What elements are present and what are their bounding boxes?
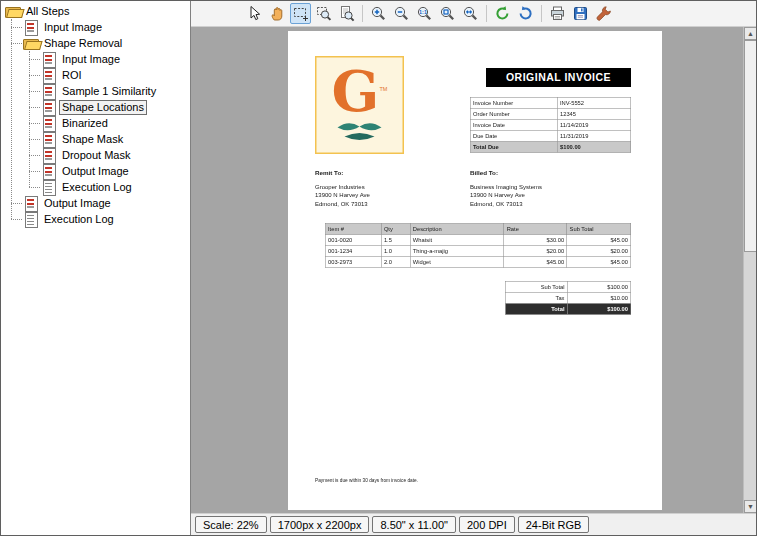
status-pixel-dimensions: 1700px x 2200px — [270, 516, 370, 533]
zoom-out-button[interactable] — [391, 3, 412, 24]
scroll-up-button[interactable]: ▲ — [744, 27, 756, 40]
text-doc-icon — [23, 212, 39, 227]
image-doc-icon — [41, 164, 57, 179]
invoice-logo: GTM — [315, 56, 404, 154]
tree-item-output-image-1[interactable]: Output Image — [1, 163, 190, 179]
marquee-select-icon — [292, 5, 309, 22]
print-icon — [549, 5, 566, 22]
tree-item-shape-locations[interactable]: Shape Locations — [1, 99, 190, 115]
toolbar-separator — [541, 5, 542, 22]
tree-item-label: Shape Mask — [60, 133, 125, 146]
tree-item-label: Output Image — [42, 197, 113, 210]
pointer-button[interactable] — [244, 3, 265, 24]
zoom-in-icon — [370, 5, 387, 22]
image-doc-icon — [41, 68, 57, 83]
zoom-preview-icon — [338, 5, 355, 22]
pointer-icon — [246, 5, 263, 22]
toolbar-separator — [362, 5, 363, 22]
status-scale: Scale: 22% — [195, 516, 267, 533]
item-row: 003-2973 2.0 Widget $45.00 $45.00 — [325, 256, 631, 267]
steps-tree: All Steps Input Image Shape Removal Inpu… — [1, 1, 191, 535]
image-doc-icon — [41, 116, 57, 131]
tree-item-dropout-mask[interactable]: Dropout Mask — [1, 147, 190, 163]
totals-row-grand-total: Total$100.00 — [505, 303, 631, 314]
tree-item-label: ROI — [60, 69, 84, 82]
tree-item-input-image-1[interactable]: Input Image — [1, 19, 190, 35]
tree-item-label: Shape Locations — [60, 101, 146, 114]
text-doc-icon — [41, 180, 57, 195]
image-doc-icon — [41, 52, 57, 67]
toolbar-separator — [486, 5, 487, 22]
zoom-fit-width-button[interactable] — [460, 3, 481, 24]
remit-to-heading: Remit To: — [315, 169, 370, 178]
zoom-fit-page-button[interactable] — [437, 3, 458, 24]
totals-row: Sub Total$100.00 — [505, 281, 631, 292]
tree-item-label: Dropout Mask — [60, 149, 132, 162]
tree-item-label: Shape Removal — [42, 37, 124, 50]
folder-open-icon — [23, 36, 39, 51]
tree-item-output-image-2[interactable]: Output Image — [1, 195, 190, 211]
invoice-footer-note: Payment is due within 30 days from invoi… — [315, 477, 418, 483]
status-dpi: 200 DPI — [459, 516, 515, 533]
image-doc-icon — [23, 196, 39, 211]
items-header-row: Item # Qty Description Rate Sub Total — [325, 223, 631, 234]
image-doc-icon — [41, 100, 57, 115]
image-doc-icon — [23, 20, 39, 35]
tree-item-shape-mask[interactable]: Shape Mask — [1, 131, 190, 147]
vertical-scrollbar[interactable]: ▲ ▼ — [743, 27, 756, 513]
print-button[interactable] — [547, 3, 568, 24]
tree-item-all-steps[interactable]: All Steps — [1, 3, 190, 19]
item-row: 001-1234 1.0 Thing-a-majig $20.00 $20.00 — [325, 245, 631, 256]
tree-item-binarized[interactable]: Binarized — [1, 115, 190, 131]
save-button[interactable] — [570, 3, 591, 24]
tree-item-execution-log-1[interactable]: Execution Log — [1, 179, 190, 195]
line-items-table: Item # Qty Description Rate Sub Total 00… — [325, 223, 631, 268]
image-viewer[interactable]: GTM ORIGINAL INVOICE Invoice NumberINV-5… — [191, 27, 756, 513]
rotate-icon — [517, 5, 534, 22]
totals-table: Sub Total$100.00 Tax$10.00 Total$100.00 — [505, 281, 631, 315]
refresh-button[interactable] — [492, 3, 513, 24]
detail-row: Invoice Date11/14/2019 — [470, 119, 631, 130]
address-line: Business Imaging Systems — [470, 183, 542, 192]
totals-row: Tax$10.00 — [505, 292, 631, 303]
zoom-out-icon — [393, 5, 410, 22]
tree-item-execution-log-2[interactable]: Execution Log — [1, 211, 190, 227]
tree-item-shape-removal[interactable]: Shape Removal — [1, 35, 190, 51]
wrench-icon — [595, 5, 612, 22]
tree-item-input-image-2[interactable]: Input Image — [1, 51, 190, 67]
item-row: 001-0020 1.5 Whatsit $30.00 $45.00 — [325, 234, 631, 245]
tree-item-label: Output Image — [60, 165, 131, 178]
tree-item-label: Sample 1 Similarity — [60, 85, 158, 98]
status-inch-dimensions: 8.50" x 11.00" — [372, 516, 456, 533]
tree-item-label: Binarized — [60, 117, 110, 130]
tree-item-sample-1-similarity[interactable]: Sample 1 Similarity — [1, 83, 190, 99]
zoom-region-icon — [315, 5, 332, 22]
tree-item-label: Input Image — [60, 53, 122, 66]
pan-hand-button[interactable] — [267, 3, 288, 24]
app-window: All Steps Input Image Shape Removal Inpu… — [0, 0, 757, 536]
detail-row: Due Date11/31/2019 — [470, 130, 631, 141]
zoom-in-button[interactable] — [368, 3, 389, 24]
logo-letter: GTM — [332, 62, 388, 121]
tree-item-label: All Steps — [24, 5, 71, 18]
save-icon — [572, 5, 589, 22]
tree-item-label: Execution Log — [42, 213, 116, 226]
tree-item-label: Input Image — [42, 21, 104, 34]
invoice-details-table: Invoice NumberINV-5552 Order Number12345… — [470, 97, 631, 153]
marquee-select-button[interactable] — [290, 3, 311, 24]
billed-to-block: Billed To: Business Imaging Systems 1390… — [470, 169, 542, 208]
rotate-button[interactable] — [515, 3, 536, 24]
zoom-region-button[interactable] — [313, 3, 334, 24]
image-doc-icon — [41, 132, 57, 147]
address-line: Grooper Industries — [315, 183, 370, 192]
image-doc-icon — [41, 84, 57, 99]
zoom-preview-button[interactable] — [336, 3, 357, 24]
address-line: 13900 N Harvey Ave — [315, 191, 370, 200]
tree-item-label: Execution Log — [60, 181, 134, 194]
zoom-actual-button[interactable]: 1:1 — [414, 3, 435, 24]
tree-item-roi[interactable]: ROI — [1, 67, 190, 83]
scrollbar-thumb[interactable] — [744, 40, 756, 252]
tools-button[interactable] — [593, 3, 614, 24]
svg-text:1:1: 1:1 — [419, 9, 427, 15]
scroll-down-button[interactable]: ▼ — [744, 500, 756, 513]
